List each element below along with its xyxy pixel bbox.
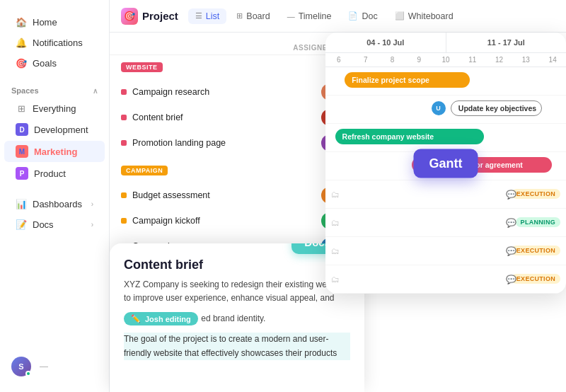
project-icon: 🎯	[121, 8, 138, 25]
chevron-right-icon: ›	[91, 200, 93, 208]
task-dot	[121, 140, 127, 146]
sidebar-item-goals[interactable]: 🎯 Goals	[4, 53, 105, 73]
file-icon: 🗂	[331, 246, 340, 256]
gantt-row-8: 🗂 EXECUTION 💬	[325, 265, 566, 294]
task-dot	[121, 89, 127, 95]
sidebar-item-docs[interactable]: 📝 Docs ›	[4, 214, 105, 234]
section-campaign: CAMPAIGN	[110, 161, 350, 180]
execution-badge: EXECUTION	[512, 189, 560, 199]
sidebar-item-label: Everything	[33, 103, 76, 114]
campaign-badge: CAMPAIGN	[121, 166, 168, 175]
home-icon: 🏠	[16, 16, 27, 28]
user-menu-dash: —	[40, 362, 48, 371]
task-row[interactable]: Content brief B	[110, 105, 350, 130]
pencil-icon: ✏️	[131, 314, 141, 323]
gantt-week-right: 11 - 17 Jul	[446, 33, 567, 52]
gantt-bar-finalize: Finalize project scope	[345, 72, 470, 88]
comment-icon: 💬	[506, 246, 516, 256]
gantt-tooltip: Gantt	[414, 149, 478, 178]
josh-editing-row: ✏️ Josh editing ed brand identity.	[124, 308, 350, 330]
marketing-dot: M	[16, 145, 28, 158]
docs-text-suffix: ed brand identity.	[201, 313, 265, 323]
tab-whiteboard[interactable]: ⬜ Whiteboard	[388, 8, 461, 24]
tab-list[interactable]: ☰ List	[188, 8, 226, 24]
product-dot: P	[16, 167, 28, 180]
sidebar-item-dashboards[interactable]: 📊 Dashboards ›	[4, 194, 105, 214]
spaces-section: Spaces ∧	[0, 79, 109, 98]
online-dot	[25, 371, 31, 376]
bell-icon: 🔔	[16, 37, 27, 48]
comment-icon: 💬	[506, 190, 516, 200]
planning-badge: PLANNING	[516, 217, 560, 227]
column-headers: ASSIGNEE	[110, 41, 350, 55]
chevron-right-icon2: ›	[91, 221, 93, 229]
topnav: 🎯 Project ☰ List ⊞ Board — Timeline 📄 Do…	[110, 0, 566, 33]
execution-badge: EXECUTION	[512, 274, 560, 284]
timeline-icon: —	[287, 12, 295, 21]
sidebar-item-marketing[interactable]: M Marketing	[4, 141, 105, 162]
sidebar-item-label: Notifications	[33, 38, 83, 48]
development-dot: D	[16, 123, 28, 136]
gantt-row-2: U Update key objectives	[325, 96, 566, 124]
tab-timeline[interactable]: — Timeline	[280, 8, 339, 24]
task-dot	[121, 218, 127, 224]
doc-icon: 📄	[348, 11, 358, 21]
dashboard-icon: 📊	[16, 198, 27, 209]
grid-icon: ⊞	[16, 103, 27, 114]
sidebar-item-label: Home	[33, 17, 57, 28]
chevron-icon: ∧	[93, 87, 98, 95]
execution-badge: EXECUTION	[512, 246, 560, 255]
sidebar-item-label: Product	[34, 168, 66, 179]
docs-icon: 📝	[16, 219, 27, 230]
gantt-card-header: 04 - 10 Jul 11 - 17 Jul	[325, 33, 566, 53]
whiteboard-icon: ⬜	[395, 11, 405, 21]
sidebar-item-notifications[interactable]: 🔔 Notifications	[4, 33, 105, 52]
sidebar-item-label: Docs	[33, 219, 54, 230]
docs-text-highlight: The goal of the project is to create a m…	[124, 333, 350, 359]
sidebar-item-label: Development	[34, 125, 88, 135]
josh-editing-badge: ✏️ Josh editing	[124, 312, 198, 325]
sidebar-item-label: Dashboards	[33, 199, 82, 209]
gantt-row-7: 🗂 EXECUTION 💬	[325, 237, 566, 265]
gantt-row-3: Refresh company website	[325, 124, 566, 152]
comment-icon: 💬	[506, 275, 516, 284]
task-row[interactable]: Promotion landing page C	[110, 130, 350, 156]
sidebar-item-development[interactable]: D Development	[4, 119, 105, 140]
task-dot	[121, 192, 127, 198]
project-title: 🎯 Project	[121, 8, 178, 25]
list-icon: ☰	[195, 11, 202, 21]
docs-card-title: Content brief	[124, 258, 350, 272]
docs-text-1: XYZ Company is seeking to redesign their…	[124, 278, 350, 305]
comment-icon: 💬	[506, 218, 516, 228]
user-row: S —	[8, 352, 101, 381]
gantt-days-row: 6 7 8 9 10 11 12 13 14	[325, 53, 566, 67]
sidebar-item-product[interactable]: P Product	[4, 163, 105, 184]
sidebar: 🏠 Home 🔔 Notifications 🎯 Goals Spaces ∧ …	[0, 0, 110, 392]
gantt-avatar: U	[432, 101, 446, 115]
task-row[interactable]: Budget assessment D	[110, 183, 350, 208]
gantt-bar-objectives: Update key objectives	[451, 100, 542, 116]
gantt-week-left: 04 - 10 Jul	[325, 33, 446, 52]
sidebar-item-home[interactable]: 🏠 Home	[4, 12, 105, 32]
gantt-row-1: Finalize project scope	[325, 67, 566, 96]
sidebar-item-everything[interactable]: ⊞ Everything	[4, 98, 105, 118]
task-row[interactable]: Campaign research A	[110, 79, 350, 105]
user-avatar-wrap: S	[11, 357, 31, 376]
board-icon: ⊞	[236, 11, 243, 21]
website-badge: WEBSITE	[121, 62, 163, 72]
tab-doc[interactable]: 📄 Doc	[341, 8, 384, 24]
tab-board[interactable]: ⊞ Board	[229, 8, 277, 24]
task-dot	[121, 115, 127, 120]
file-icon: 🗂	[331, 275, 340, 284]
sidebar-item-label: Goals	[33, 58, 57, 69]
gantt-row-6: 🗂 PLANNING 💬	[325, 209, 566, 237]
gantt-card: 04 - 10 Jul 11 - 17 Jul 6 7 8 9 10 11 12…	[325, 33, 566, 294]
gantt-row-5: 🗂 EXECUTION 💬	[325, 180, 566, 209]
task-row[interactable]: Campaign kickoff E	[110, 208, 350, 234]
sidebar-item-label: Marketing	[34, 146, 77, 157]
file-icon: 🗂	[331, 190, 340, 200]
file-icon: 🗂	[331, 218, 340, 228]
target-icon: 🎯	[16, 57, 27, 69]
section-website: WEBSITE	[110, 58, 350, 76]
gantt-bar-website: Refresh company website	[335, 129, 485, 144]
